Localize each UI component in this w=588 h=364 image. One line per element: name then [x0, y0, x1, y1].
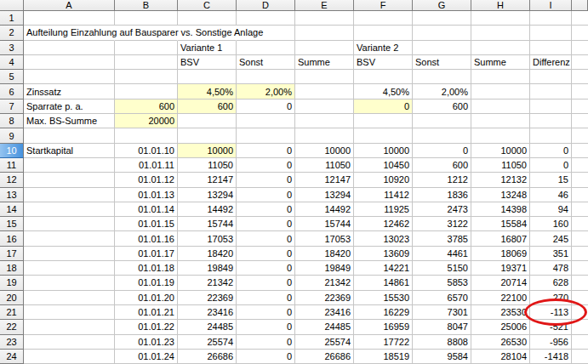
cell-G13[interactable]: 1836: [413, 188, 471, 202]
column-header-C[interactable]: C: [178, 0, 237, 11]
cell-E21[interactable]: 23416: [295, 305, 354, 320]
row-header-15[interactable]: 15: [0, 217, 24, 231]
row-header-14[interactable]: 14: [0, 202, 24, 217]
cell-A10[interactable]: Startkapital: [24, 144, 115, 158]
cell-C12[interactable]: 12147: [178, 173, 237, 187]
cell-B9[interactable]: [115, 128, 178, 143]
cell-partial-13[interactable]: [572, 188, 588, 202]
column-header-partial[interactable]: [572, 0, 588, 11]
cell-B3[interactable]: [115, 41, 178, 55]
cell-H21[interactable]: 23530: [471, 305, 530, 320]
cell-F3[interactable]: Variante 2: [354, 41, 413, 55]
cell-D13[interactable]: 0: [237, 188, 295, 202]
cell-A2[interactable]: Aufteilung Einzahlung auf Bausparer vs. …: [24, 26, 115, 40]
row-header-21[interactable]: 21: [0, 305, 24, 320]
cell-D20[interactable]: 0: [237, 291, 295, 305]
cell-H16[interactable]: 16807: [471, 231, 530, 246]
cell-F11[interactable]: 10450: [354, 158, 413, 173]
cell-E18[interactable]: 19849: [295, 261, 354, 276]
cell-B15[interactable]: 01.01.15: [115, 217, 178, 231]
cell-C10[interactable]: 10000: [178, 144, 237, 158]
cell-G10[interactable]: 0: [413, 144, 471, 158]
cell-E10[interactable]: 10000: [295, 144, 354, 158]
cell-E2[interactable]: [295, 26, 354, 40]
cell-A6[interactable]: Zinssatz: [24, 84, 115, 99]
cell-A1[interactable]: [24, 11, 115, 26]
cell-A15[interactable]: [24, 217, 115, 231]
cell-H20[interactable]: 22100: [471, 291, 530, 305]
cell-B24[interactable]: 01.01.24: [115, 350, 178, 364]
row-header-22[interactable]: 22: [0, 320, 24, 334]
cell-E9[interactable]: [295, 128, 354, 143]
cell-H12[interactable]: 12132: [471, 173, 530, 187]
cell-A24[interactable]: [24, 350, 115, 364]
cell-B21[interactable]: 01.01.21: [115, 305, 178, 320]
cell-G11[interactable]: 600: [413, 158, 471, 173]
cell-C21[interactable]: 23416: [178, 305, 237, 320]
cell-B7[interactable]: 600: [115, 100, 178, 114]
column-header-G[interactable]: G: [413, 0, 471, 11]
cell-I12[interactable]: 15: [530, 173, 572, 187]
cell-G12[interactable]: 1212: [413, 173, 471, 187]
cell-H14[interactable]: 14398: [471, 202, 530, 217]
cell-partial-11[interactable]: [572, 158, 588, 173]
cell-A12[interactable]: [24, 173, 115, 187]
cell-H9[interactable]: [471, 128, 530, 143]
row-header-11[interactable]: 11: [0, 158, 24, 173]
cell-D17[interactable]: 0: [237, 247, 295, 261]
cell-H18[interactable]: 19371: [471, 261, 530, 276]
cell-D23[interactable]: 0: [237, 335, 295, 350]
cell-partial-7[interactable]: [572, 100, 588, 114]
cell-G9[interactable]: [413, 128, 471, 143]
cell-F1[interactable]: [354, 11, 413, 26]
cell-I24[interactable]: -1418: [530, 350, 572, 364]
cell-B4[interactable]: [115, 55, 178, 70]
cell-G15[interactable]: 3122: [413, 217, 471, 231]
cell-C9[interactable]: [178, 128, 237, 143]
cell-partial-2[interactable]: [572, 26, 588, 40]
cell-E17[interactable]: 18420: [295, 247, 354, 261]
column-header-D[interactable]: D: [237, 0, 295, 11]
cell-C19[interactable]: 21342: [178, 276, 237, 290]
row-header-18[interactable]: 18: [0, 261, 24, 276]
cell-C14[interactable]: 14492: [178, 202, 237, 217]
cell-C13[interactable]: 13294: [178, 188, 237, 202]
cell-D19[interactable]: 0: [237, 276, 295, 290]
cell-H8[interactable]: [471, 114, 530, 128]
cell-A5[interactable]: [24, 70, 115, 84]
cell-A4[interactable]: [24, 55, 115, 70]
cell-B17[interactable]: 01.01.17: [115, 247, 178, 261]
cell-G7[interactable]: 600: [413, 100, 471, 114]
cell-F15[interactable]: 12462: [354, 217, 413, 231]
cell-H17[interactable]: 18069: [471, 247, 530, 261]
cell-B6[interactable]: [115, 84, 178, 99]
cell-F13[interactable]: 11412: [354, 188, 413, 202]
cell-A11[interactable]: [24, 158, 115, 173]
cell-B18[interactable]: 01.01.18: [115, 261, 178, 276]
cell-B12[interactable]: 01.01.12: [115, 173, 178, 187]
row-header-7[interactable]: 7: [0, 100, 24, 114]
cell-G21[interactable]: 7301: [413, 305, 471, 320]
cell-I14[interactable]: 94: [530, 202, 572, 217]
cell-partial-16[interactable]: [572, 231, 588, 246]
cell-H23[interactable]: 26530: [471, 335, 530, 350]
cell-G2[interactable]: [413, 26, 471, 40]
cell-E11[interactable]: 11050: [295, 158, 354, 173]
cell-B20[interactable]: 01.01.20: [115, 291, 178, 305]
cell-partial-18[interactable]: [572, 261, 588, 276]
cell-partial-3[interactable]: [572, 41, 588, 55]
cell-E7[interactable]: [295, 100, 354, 114]
cell-H22[interactable]: 25006: [471, 320, 530, 334]
row-header-10[interactable]: 10: [0, 144, 24, 158]
cell-D3[interactable]: [237, 41, 295, 55]
cell-C24[interactable]: 26686: [178, 350, 237, 364]
cell-D9[interactable]: [237, 128, 295, 143]
cell-A18[interactable]: [24, 261, 115, 276]
cell-E6[interactable]: [295, 84, 354, 99]
cell-B1[interactable]: [115, 11, 178, 26]
cell-E24[interactable]: 26686: [295, 350, 354, 364]
cell-G5[interactable]: [413, 70, 471, 84]
cell-F19[interactable]: 14861: [354, 276, 413, 290]
select-all-corner[interactable]: [0, 0, 24, 11]
row-header-8[interactable]: 8: [0, 114, 24, 128]
